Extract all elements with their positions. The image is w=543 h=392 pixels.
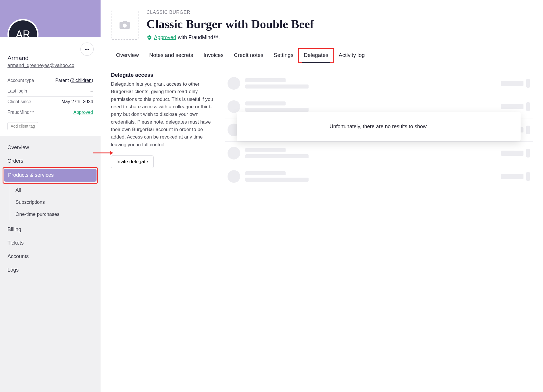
delegates-title: Delegate access (111, 72, 214, 78)
product-title: Classic Burger with Double Beef (147, 17, 533, 31)
more-actions-button[interactable]: ••• (80, 43, 94, 56)
product-header: CLASSIC BURGER Classic Burger with Doubl… (111, 10, 533, 41)
client-info-table: Account type Parent (2 children) Last lo… (7, 75, 93, 118)
product-thumbnail-placeholder (111, 10, 138, 40)
tab-settings[interactable]: Settings (268, 49, 299, 63)
delegates-description: Delegation lets you grant access to othe… (111, 80, 214, 149)
highlight-products: Products & services (3, 168, 97, 183)
tab-activity[interactable]: Activity log (334, 49, 370, 63)
last-login-value: – (90, 89, 93, 94)
profile-banner: AR (0, 0, 101, 37)
tab-delegates[interactable]: Delegates (299, 49, 334, 63)
empty-results-card: Unfortunately, there are no results to s… (237, 112, 521, 141)
svg-rect-1 (123, 21, 127, 23)
product-breadcrumb: CLASSIC BURGER (147, 10, 533, 15)
product-approved-link[interactable]: Approved (154, 34, 176, 41)
skeleton-row (225, 165, 533, 188)
children-link[interactable]: 2 children (72, 78, 91, 83)
tab-overview[interactable]: Overview (111, 49, 144, 63)
sidebar-nav: Overview Orders Products & services All … (0, 136, 101, 284)
sidebar-item-accounts[interactable]: Accounts (3, 250, 97, 263)
client-since-label: Client since (7, 99, 31, 104)
account-type-value: Parent (2 children) (55, 78, 93, 83)
fraudmind-label: FraudMind™ (7, 110, 34, 115)
product-tabs: Overview Notes and secrets Invoices Cred… (111, 49, 533, 63)
account-type-label: Account type (7, 78, 34, 83)
sidebar-item-tickets[interactable]: Tickets (3, 237, 97, 249)
skeleton-row (225, 142, 533, 165)
sidebar-item-overview[interactable]: Overview (3, 141, 97, 154)
camera-icon (119, 20, 130, 29)
last-login-label: Last login (7, 89, 27, 94)
product-status-suffix: with FraudMind™. (178, 34, 220, 41)
skeleton-row (225, 72, 533, 95)
main-content: CLASSIC BURGER Classic Burger with Doubl… (101, 0, 543, 392)
tab-invoices[interactable]: Invoices (198, 49, 229, 63)
shield-icon (147, 35, 152, 41)
tab-credit[interactable]: Credit notes (229, 49, 268, 63)
delegates-list-panel: Unfortunately, there are no results to s… (225, 72, 533, 188)
sidebar-item-onetime[interactable]: One-time purchases (11, 209, 97, 220)
fraudmind-status-link[interactable]: Approved (74, 110, 93, 115)
svg-point-2 (123, 24, 127, 28)
product-status: Approved with FraudMind™. (147, 34, 533, 41)
client-name: Armand (7, 55, 93, 62)
add-client-tag-button[interactable]: Add client tag (7, 122, 38, 130)
sidebar-item-logs[interactable]: Logs (3, 264, 97, 276)
sidebar-item-billing[interactable]: Billing (3, 223, 97, 236)
tab-notes[interactable]: Notes and secrets (144, 49, 198, 63)
sidebar-item-orders[interactable]: Orders (3, 155, 97, 168)
invite-delegate-button[interactable]: Invite delegate (111, 155, 154, 168)
sidebar-item-products[interactable]: Products & services (4, 169, 97, 182)
sidebar-subnav-products: All Subscriptions One-time purchases (10, 185, 97, 220)
client-since-value: May 27th, 2024 (61, 99, 93, 104)
sidebar: AR ••• Armand armand_greeneyes@yahoo.co … (0, 0, 101, 392)
sidebar-item-subscriptions[interactable]: Subscriptions (11, 197, 97, 208)
client-email[interactable]: armand_greeneyes@yahoo.co (7, 63, 74, 68)
profile-card: ••• Armand armand_greeneyes@yahoo.co Acc… (0, 37, 101, 136)
sidebar-item-all[interactable]: All (11, 185, 97, 196)
delegates-info-panel: Delegate access Delegation lets you gran… (111, 72, 214, 168)
